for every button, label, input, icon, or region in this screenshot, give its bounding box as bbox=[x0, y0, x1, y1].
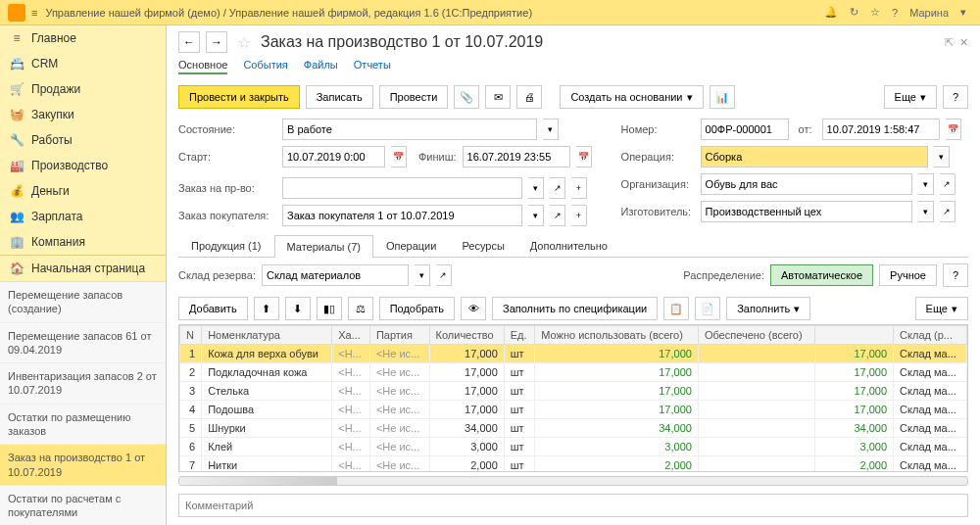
col-wh[interactable]: Склад (р... bbox=[894, 326, 967, 345]
calendar-icon[interactable]: 📅 bbox=[576, 146, 592, 167]
col-ch[interactable]: Ха... bbox=[332, 326, 370, 345]
col-prov[interactable]: Обеспечено (всего) bbox=[698, 326, 814, 345]
col-batch[interactable]: Партия bbox=[369, 326, 429, 345]
back-button[interactable]: ← bbox=[178, 31, 200, 53]
star-icon[interactable]: ☆ bbox=[870, 6, 880, 19]
eye-icon[interactable]: 👁 bbox=[461, 297, 486, 320]
order-for-input[interactable] bbox=[282, 177, 522, 199]
subnav-files[interactable]: Файлы bbox=[304, 57, 338, 74]
recent-item[interactable]: Заказ на производство 1 от 10.07.2019 bbox=[0, 445, 166, 486]
create-based-button[interactable]: Создать на основании ▾ bbox=[560, 85, 703, 109]
subnav-reports[interactable]: Отчеты bbox=[354, 57, 391, 74]
chevron-down-icon[interactable]: ▾ bbox=[528, 205, 544, 226]
user-label[interactable]: Марина bbox=[909, 7, 949, 19]
open-icon[interactable]: ↗ bbox=[940, 173, 956, 195]
bell-icon[interactable]: 🔔 bbox=[824, 6, 838, 19]
close-icon[interactable]: ✕ bbox=[959, 36, 968, 49]
help-button[interactable]: ? bbox=[943, 85, 968, 109]
tab-operations[interactable]: Операции bbox=[373, 234, 449, 257]
sidebar-item[interactable]: 🏢Компания bbox=[0, 229, 166, 255]
number-input[interactable] bbox=[701, 119, 789, 140]
chevron-down-icon[interactable]: ▾ bbox=[528, 177, 544, 199]
col-nom[interactable]: Номенклатура bbox=[202, 326, 332, 345]
sidebar-item[interactable]: 🧺Закупки bbox=[0, 102, 166, 127]
move-down-icon[interactable]: ⬇ bbox=[285, 297, 311, 320]
reserve-wh-input[interactable] bbox=[262, 264, 409, 286]
chevron-down-icon[interactable]: ▾ bbox=[960, 6, 966, 19]
attach-icon[interactable]: 📎 bbox=[454, 85, 479, 109]
tab-products[interactable]: Продукция (1) bbox=[178, 234, 274, 257]
finish-input[interactable] bbox=[463, 146, 570, 167]
add-row-button[interactable]: Добавить bbox=[178, 297, 248, 320]
table-more-button[interactable]: Еще ▾ bbox=[915, 297, 968, 320]
table-row[interactable]: 6Клей<Н...<Не ис...3,000шт3,0003,000Скла… bbox=[180, 438, 967, 456]
tab-resources[interactable]: Ресурсы bbox=[449, 234, 516, 257]
forward-button[interactable]: → bbox=[206, 31, 227, 53]
favorite-icon[interactable]: ☆ bbox=[237, 33, 251, 52]
post-close-button[interactable]: Провести и закрыть bbox=[178, 85, 300, 109]
maker-input[interactable] bbox=[701, 201, 912, 222]
chevron-down-icon[interactable]: ▾ bbox=[415, 264, 430, 286]
help-button[interactable]: ? bbox=[943, 263, 968, 287]
calendar-icon[interactable]: 📅 bbox=[391, 146, 407, 167]
col-can[interactable]: Можно использовать (всего) bbox=[535, 326, 699, 345]
col-unit[interactable]: Ед. bbox=[504, 326, 535, 345]
start-page-link[interactable]: 🏠 Начальная страница bbox=[0, 255, 166, 281]
col-n[interactable]: N bbox=[180, 326, 202, 345]
table-row[interactable]: 4Подошва<Н...<Не ис...17,000шт17,00017,0… bbox=[180, 401, 967, 419]
menu-icon[interactable]: ≡ bbox=[31, 7, 37, 19]
sidebar-item[interactable]: ≡Главное bbox=[0, 25, 166, 51]
state-dropdown[interactable]: ▾ bbox=[543, 119, 559, 140]
help-icon[interactable]: ? bbox=[892, 7, 898, 19]
col-qty[interactable]: Количество bbox=[429, 326, 504, 345]
tab-extra[interactable]: Дополнительно bbox=[517, 234, 620, 257]
table-row[interactable]: 3Стелька<Н...<Не ис...17,000шт17,00017,0… bbox=[180, 382, 967, 401]
fill-spec-button[interactable]: Заполнить по спецификации bbox=[492, 297, 658, 320]
subnav-events[interactable]: События bbox=[243, 57, 287, 74]
sidebar-item[interactable]: 👥Зарплата bbox=[0, 204, 166, 229]
print-icon[interactable]: 🖨 bbox=[516, 85, 542, 109]
table-row[interactable]: 2Подкладочная кожа<Н...<Не ис...17,000шт… bbox=[180, 363, 967, 382]
more-button[interactable]: Еще ▾ bbox=[884, 85, 937, 109]
chevron-down-icon[interactable]: ▾ bbox=[918, 173, 934, 195]
org-input[interactable] bbox=[701, 173, 912, 195]
pick-button[interactable]: Подобрать bbox=[379, 297, 455, 320]
materials-table[interactable]: N Номенклатура Ха... Партия Количество Е… bbox=[178, 324, 968, 472]
copy-icon[interactable]: 📋 bbox=[663, 297, 689, 320]
open-icon[interactable]: ↗ bbox=[550, 205, 565, 226]
recent-item[interactable]: Перемещение запасов 61 от 09.04.2019 bbox=[0, 323, 166, 364]
chevron-down-icon[interactable]: ▾ bbox=[918, 201, 934, 222]
open-icon[interactable]: ↗ bbox=[436, 264, 452, 286]
barcode-icon[interactable]: ▮▯ bbox=[317, 297, 342, 320]
email-icon[interactable]: ✉ bbox=[485, 85, 511, 109]
tab-materials[interactable]: Материалы (7) bbox=[274, 235, 373, 258]
add-icon[interactable]: + bbox=[571, 177, 587, 199]
history-icon[interactable]: ↻ bbox=[850, 6, 858, 19]
sidebar-item[interactable]: 💰Деньги bbox=[0, 178, 166, 204]
save-button[interactable]: Записать bbox=[306, 85, 373, 109]
recent-item[interactable]: Остатки по размещению заказов bbox=[0, 405, 166, 446]
table-row[interactable]: 7Нитки<Н...<Не ис...2,000шт2,0002,000Скл… bbox=[180, 456, 967, 472]
dist-auto-button[interactable]: Автоматическое bbox=[770, 264, 873, 286]
start-input[interactable] bbox=[282, 146, 385, 167]
operation-input[interactable] bbox=[701, 146, 928, 167]
table-row[interactable]: 5Шнурки<Н...<Не ис...34,000шт34,00034,00… bbox=[180, 419, 967, 438]
table-row[interactable]: 1Кожа для верха обуви<Н...<Не ис...17,00… bbox=[180, 345, 967, 363]
add-icon[interactable]: + bbox=[571, 205, 587, 226]
open-icon[interactable]: ↗ bbox=[550, 177, 565, 199]
sidebar-item[interactable]: 🛒Продажи bbox=[0, 76, 166, 102]
chevron-down-icon[interactable]: ▾ bbox=[934, 146, 950, 167]
buyer-order-input[interactable] bbox=[282, 205, 522, 226]
comment-input[interactable] bbox=[178, 494, 968, 517]
sidebar-item[interactable]: 🔧Работы bbox=[0, 127, 166, 153]
post-button[interactable]: Провести bbox=[379, 85, 449, 109]
calendar-icon[interactable]: 📅 bbox=[946, 119, 961, 140]
report-icon[interactable]: 📊 bbox=[710, 85, 735, 109]
sidebar-item[interactable]: 📇CRM bbox=[0, 51, 166, 76]
paste-icon[interactable]: 📄 bbox=[695, 297, 720, 320]
sidebar-item[interactable]: 🏭Производство bbox=[0, 153, 166, 178]
recent-item[interactable]: Инвентаризация запасов 2 от 10.07.2019 bbox=[0, 363, 166, 405]
horizontal-scrollbar[interactable] bbox=[178, 476, 968, 486]
subnav-main[interactable]: Основное bbox=[178, 57, 227, 74]
move-up-icon[interactable]: ⬆ bbox=[254, 297, 279, 320]
